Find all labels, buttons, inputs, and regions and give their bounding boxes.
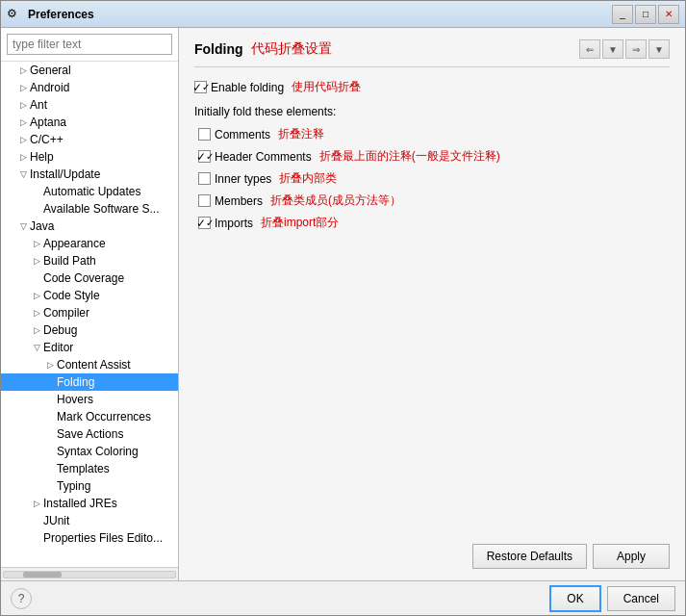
header-comments-checkbox-label[interactable]: ✓ Header Comments 折叠最上面的注释(一般是文件注释) — [198, 148, 500, 165]
preferences-window: ⚙ Preferences _ □ ✕ ▷ General ▷ Android — [0, 0, 686, 616]
maximize-button[interactable]: □ — [635, 5, 656, 24]
expand-icon — [30, 185, 43, 198]
fold-item-inner-types: Inner types 折叠内部类 — [198, 170, 670, 187]
expand-icon — [30, 514, 43, 527]
tree-item-label: Templates — [57, 462, 110, 475]
help-button[interactable]: ? — [11, 588, 32, 609]
tree-item-code-coverage[interactable]: Code Coverage — [1, 270, 178, 287]
tree-item-junit[interactable]: JUnit — [1, 512, 178, 529]
imports-checkbox-label[interactable]: ✓ Imports 折叠import部分 — [198, 215, 339, 231]
tree-item-compiler[interactable]: ▷ Compiler — [1, 304, 178, 321]
inner-types-checkbox[interactable] — [198, 172, 211, 185]
scroll-thumb[interactable] — [23, 572, 62, 578]
tree-item-syntax-coloring[interactable]: Syntax Coloring — [1, 443, 178, 460]
tree-item-label: Compiler — [43, 306, 89, 320]
fold-items: Comments 折叠注释 ✓ Header Comments 折叠最上面的注释… — [194, 126, 670, 231]
expand-icon: ▷ — [30, 237, 43, 250]
tree-item-label: Install/Update — [30, 167, 100, 181]
enable-folding-checkbox-label[interactable]: ✓ Enable folding 使用代码折叠 — [194, 79, 361, 95]
ok-button[interactable]: OK — [549, 585, 600, 612]
section-content: ✓ Enable folding 使用代码折叠 Initially fold t… — [194, 79, 670, 231]
expand-icon — [30, 531, 43, 545]
members-checkbox-label[interactable]: Members 折叠类成员(成员方法等） — [198, 192, 401, 209]
tree-item-aptana[interactable]: ▷ Aptana — [1, 114, 178, 131]
tree-item-label: C/C++ — [30, 133, 64, 146]
expand-icon — [30, 271, 43, 285]
tree-item-installed-jres[interactable]: ▷ Installed JREs — [1, 495, 178, 512]
expand-icon: ▷ — [30, 323, 43, 337]
expand-icon — [43, 445, 57, 458]
tree-item-content-assist[interactable]: ▷ Content Assist — [1, 356, 178, 373]
expand-icon: ▽ — [16, 219, 30, 233]
tree-item-save-actions[interactable]: Save Actions — [1, 425, 178, 443]
tree-item-label: Android — [30, 81, 69, 94]
tree-item-appearance[interactable]: ▷ Appearance — [1, 235, 178, 252]
tree-item-editor[interactable]: ▽ Editor — [1, 339, 178, 356]
comments-checkbox-label[interactable]: Comments 折叠注释 — [198, 126, 324, 142]
nav-back-button[interactable]: ⇐ — [579, 39, 600, 59]
nav-dropdown-button[interactable]: ▼ — [602, 39, 623, 59]
nav-menu-button[interactable]: ▼ — [648, 39, 670, 59]
tree-item-label: General — [30, 64, 71, 77]
tree-item-ant[interactable]: ▷ Ant — [1, 96, 178, 114]
header-comments-checkbox[interactable]: ✓ — [198, 150, 211, 163]
expand-icon: ▷ — [16, 98, 30, 112]
bottom-buttons: Restore Defaults Apply — [194, 528, 670, 569]
tree-item-help[interactable]: ▷ Help — [1, 148, 178, 166]
right-panel: Folding 代码折叠设置 ⇐ ▼ ⇒ ▼ ✓ Enable folding … — [179, 28, 685, 580]
tree-item-android[interactable]: ▷ Android — [1, 79, 178, 96]
window-icon: ⚙ — [7, 7, 22, 22]
tree-item-folding[interactable]: Folding — [1, 373, 178, 391]
panel-title-sub: 代码折叠设置 — [251, 40, 332, 58]
expand-icon: ▽ — [30, 341, 43, 354]
scroll-track[interactable] — [3, 571, 176, 578]
enable-folding-checkbox[interactable]: ✓ — [194, 81, 207, 93]
tree-item-label: Code Coverage — [43, 271, 124, 285]
comments-sub-label: 折叠注释 — [278, 126, 324, 142]
members-checkbox[interactable] — [198, 194, 211, 207]
inner-types-label: Inner types — [215, 172, 271, 186]
expand-icon — [43, 375, 57, 389]
tree-item-typing[interactable]: Typing — [1, 477, 178, 495]
members-label: Members — [215, 194, 263, 208]
members-sub-label: 折叠类成员(成员方法等） — [270, 192, 401, 209]
footer: ? OK Cancel — [1, 580, 685, 615]
tree-item-prop-files[interactable]: Properties Files Edito... — [1, 529, 178, 547]
tree-item-label: Available Software S... — [43, 202, 160, 216]
tree-item-code-style[interactable]: ▷ Code Style — [1, 287, 178, 304]
minimize-button[interactable]: _ — [612, 5, 633, 24]
tree-item-java[interactable]: ▽ Java — [1, 218, 178, 235]
nav-forward-button[interactable]: ⇒ — [625, 39, 647, 59]
restore-defaults-button[interactable]: Restore Defaults — [472, 544, 587, 569]
comments-checkbox[interactable] — [198, 128, 211, 141]
tree-item-auto-updates[interactable]: Automatic Updates — [1, 183, 178, 200]
tree-item-templates[interactable]: Templates — [1, 460, 178, 477]
close-button[interactable]: ✕ — [658, 5, 679, 24]
tree-item-avail-sw[interactable]: Available Software S... — [1, 200, 178, 218]
horizontal-scrollbar[interactable] — [1, 567, 178, 580]
tree-item-hovers[interactable]: Hovers — [1, 391, 178, 408]
tree-item-debug[interactable]: ▷ Debug — [1, 321, 178, 339]
enable-folding-label: Enable folding — [211, 81, 284, 94]
comments-label: Comments — [215, 128, 270, 141]
tree-item-mark-occurrences[interactable]: Mark Occurrences — [1, 408, 178, 425]
filter-input[interactable] — [7, 34, 172, 55]
tree-item-label: Folding — [57, 375, 94, 389]
expand-icon: ▷ — [30, 254, 43, 268]
tree-item-general[interactable]: ▷ General — [1, 62, 178, 79]
inner-types-checkbox-label[interactable]: Inner types 折叠内部类 — [198, 170, 337, 187]
imports-checkbox[interactable]: ✓ — [198, 217, 211, 229]
title-bar: ⚙ Preferences _ □ ✕ — [1, 1, 685, 28]
tree-item-label: Content Assist — [57, 358, 131, 372]
tree-item-install-update[interactable]: ▽ Install/Update — [1, 166, 178, 183]
tree-item-cpp[interactable]: ▷ C/C++ — [1, 131, 178, 148]
nav-icons: ⇐ ▼ ⇒ ▼ — [579, 39, 670, 59]
tree-item-build-path[interactable]: ▷ Build Path — [1, 252, 178, 270]
initially-fold-label: Initially fold these elements: — [194, 105, 670, 118]
apply-button[interactable]: Apply — [593, 544, 670, 569]
expand-icon: ▷ — [16, 133, 30, 146]
cancel-button[interactable]: Cancel — [607, 586, 675, 611]
inner-types-sub-label: 折叠内部类 — [279, 170, 337, 187]
tree-container[interactable]: ▷ General ▷ Android ▷ Ant ▷ Aptana ▷ C — [1, 62, 178, 567]
header-comments-sub-label: 折叠最上面的注释(一般是文件注释) — [319, 148, 500, 165]
